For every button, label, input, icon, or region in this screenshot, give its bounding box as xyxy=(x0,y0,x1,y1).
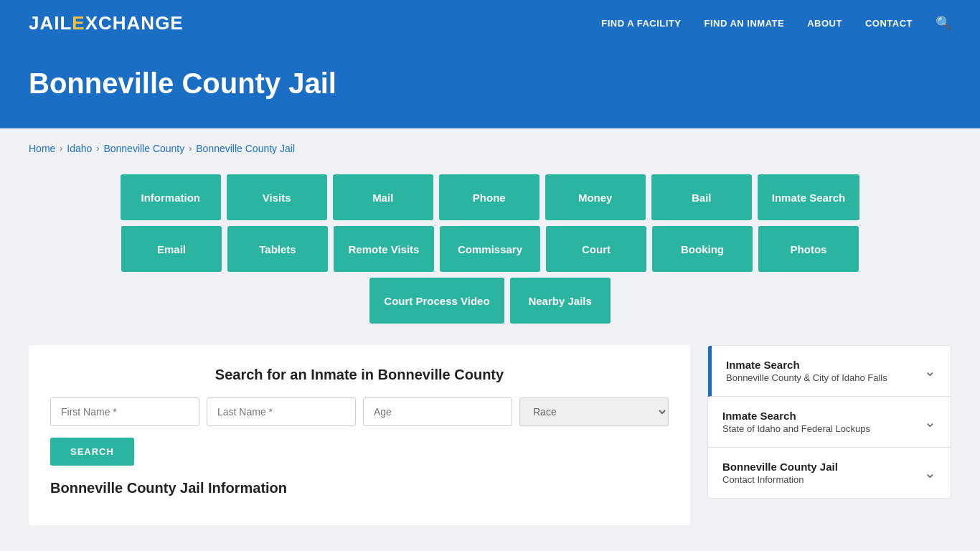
main-area: Home › Idaho › Bonneville County › Bonne… xyxy=(0,128,980,551)
page-title: Bonneville County Jail xyxy=(29,67,951,100)
breadcrumb: Home › Idaho › Bonneville County › Bonne… xyxy=(29,143,951,154)
content-layout: Search for an Inmate in Bonneville Count… xyxy=(29,345,951,525)
logo-xchange: XCHANGE xyxy=(85,12,184,34)
sidebar-item-2-label: Inmate Search xyxy=(722,410,870,422)
btn-photos[interactable]: Photos xyxy=(758,226,859,272)
hero-section: Bonneville County Jail xyxy=(0,46,980,128)
btn-nearby-jails[interactable]: Nearby Jails xyxy=(510,278,611,324)
search-fields: Race xyxy=(50,397,669,426)
breadcrumb-sep-2: › xyxy=(96,143,99,154)
nav-find-inmate[interactable]: FIND AN INMATE xyxy=(704,18,784,29)
section-title: Bonneville County Jail Information xyxy=(50,480,669,504)
main-nav: FIND A FACILITY FIND AN INMATE ABOUT CON… xyxy=(601,15,951,31)
race-select[interactable]: Race xyxy=(519,397,669,426)
breadcrumb-home[interactable]: Home xyxy=(29,143,55,154)
last-name-input[interactable] xyxy=(207,397,356,426)
first-name-input[interactable] xyxy=(50,397,199,426)
btn-court-process-video[interactable]: Court Process Video xyxy=(369,278,504,324)
search-button[interactable]: SEARCH xyxy=(50,438,134,466)
btn-mail[interactable]: Mail xyxy=(333,174,433,220)
nav-about[interactable]: ABOUT xyxy=(807,18,842,29)
btn-bail[interactable]: Bail xyxy=(651,174,752,220)
btn-money[interactable]: Money xyxy=(545,174,646,220)
chevron-down-icon-1: ⌄ xyxy=(924,362,936,380)
nav-contact[interactable]: CONTACT xyxy=(865,18,913,29)
btn-email[interactable]: Email xyxy=(121,226,222,272)
sidebar-item-1-text: Inmate Search Bonneville County & City o… xyxy=(726,359,887,383)
logo-jail: JAIL xyxy=(29,12,72,34)
btn-phone[interactable]: Phone xyxy=(439,174,540,220)
chevron-down-icon-3: ⌄ xyxy=(924,464,936,481)
logo[interactable]: JAILEXCHANGE xyxy=(29,12,184,34)
sidebar-item-3-text: Bonneville County Jail Contact Informati… xyxy=(722,461,838,485)
nav-row-1: Information Visits Mail Phone Money Bail… xyxy=(121,174,860,220)
btn-information[interactable]: Information xyxy=(121,174,221,220)
sidebar-item-1-label: Inmate Search xyxy=(726,359,887,371)
search-icon[interactable]: 🔍 xyxy=(936,15,951,31)
breadcrumb-county[interactable]: Bonneville County xyxy=(103,143,184,154)
sidebar-item-2-text: Inmate Search State of Idaho and Federal… xyxy=(722,410,870,434)
breadcrumb-sep-1: › xyxy=(60,143,62,154)
sidebar-item-2-sub: State of Idaho and Federal Lockups xyxy=(722,423,870,434)
btn-tablets[interactable]: Tablets xyxy=(227,226,328,272)
btn-commissary[interactable]: Commissary xyxy=(440,226,540,272)
nav-button-grid: Information Visits Mail Phone Money Bail… xyxy=(29,174,951,324)
btn-court[interactable]: Court xyxy=(546,226,646,272)
chevron-down-icon-2: ⌄ xyxy=(924,413,936,430)
btn-visits[interactable]: Visits xyxy=(227,174,327,220)
header: JAILEXCHANGE FIND A FACILITY FIND AN INM… xyxy=(0,0,980,46)
logo-ex: E xyxy=(72,12,85,34)
age-input[interactable] xyxy=(363,397,512,426)
breadcrumb-idaho[interactable]: Idaho xyxy=(67,143,92,154)
sidebar-item-3-sub: Contact Information xyxy=(722,474,838,485)
sidebar-item-3[interactable]: Bonneville County Jail Contact Informati… xyxy=(708,448,951,498)
breadcrumb-current: Bonneville County Jail xyxy=(196,143,295,154)
sidebar: Inmate Search Bonneville County & City o… xyxy=(707,345,951,499)
sidebar-item-1-sub: Bonneville County & City of Idaho Falls xyxy=(726,372,887,383)
sidebar-item-1[interactable]: Inmate Search Bonneville County & City o… xyxy=(708,346,951,397)
sidebar-item-3-label: Bonneville County Jail xyxy=(722,461,838,473)
breadcrumb-sep-3: › xyxy=(189,143,192,154)
btn-remote-visits[interactable]: Remote Visits xyxy=(334,226,434,272)
search-section: Search for an Inmate in Bonneville Count… xyxy=(29,345,690,525)
nav-row-3: Court Process Video Nearby Jails xyxy=(369,278,610,324)
btn-inmate-search[interactable]: Inmate Search xyxy=(758,174,860,220)
nav-find-facility[interactable]: FIND A FACILITY xyxy=(601,18,681,29)
sidebar-item-2[interactable]: Inmate Search State of Idaho and Federal… xyxy=(708,397,951,448)
nav-row-2: Email Tablets Remote Visits Commissary C… xyxy=(121,226,859,272)
btn-booking[interactable]: Booking xyxy=(652,226,753,272)
search-title: Search for an Inmate in Bonneville Count… xyxy=(50,367,669,383)
